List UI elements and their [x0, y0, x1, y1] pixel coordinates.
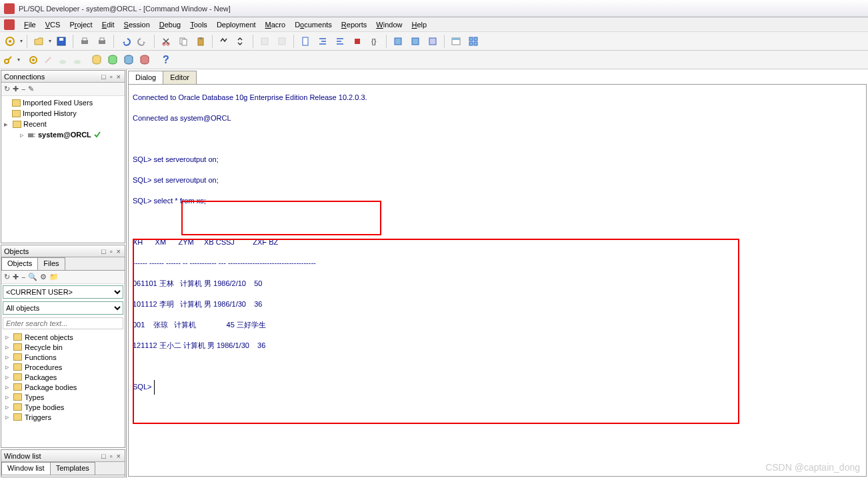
menu-edit[interactable]: Edit — [98, 19, 119, 30]
tool-a-button[interactable] — [391, 34, 405, 49]
redo-button[interactable] — [135, 34, 150, 49]
indent-button[interactable] — [315, 34, 330, 49]
objects-header[interactable]: Objects □▫× — [1, 245, 125, 257]
obj-item[interactable]: ▹Recent objects — [3, 332, 123, 342]
db-button[interactable] — [298, 34, 313, 49]
doc-icon — [4, 19, 15, 30]
menu-vcs[interactable]: VCS — [41, 19, 65, 30]
menu-file[interactable]: File — [20, 19, 40, 30]
window-button[interactable] — [449, 34, 463, 49]
tab-dialog[interactable]: Dialog — [128, 71, 163, 84]
obj-item[interactable]: ▹Functions — [3, 352, 123, 362]
svg-rect-25 — [474, 37, 477, 41]
svg-rect-19 — [395, 38, 401, 45]
console-line: Connected to Oracle Database 10g Enterpr… — [133, 87, 862, 108]
exec2-button[interactable] — [275, 34, 289, 49]
refresh-icon[interactable]: ↻ — [4, 85, 10, 93]
objects-toolbar: ↻✚− 🔍⚙📁 — [1, 271, 125, 284]
windowlist-title: Window list — [4, 452, 41, 460]
outdent-button[interactable] — [333, 34, 347, 49]
paste-button[interactable] — [193, 34, 208, 49]
search-input[interactable] — [3, 317, 123, 329]
menu-session[interactable]: Session — [120, 19, 154, 30]
db2-button[interactable] — [107, 54, 119, 66]
result-header: XH XM ZYM XB CSSJ ZXF BZ — [133, 232, 862, 253]
folder-icon — [13, 343, 22, 351]
menu-window[interactable]: Window — [372, 19, 406, 30]
obj-item[interactable]: ▹Type bodies — [3, 402, 123, 412]
tree-item[interactable]: Imported Fixed Users — [4, 97, 122, 108]
result-row: 001 张琼 计算机 45 三好学生 — [133, 315, 862, 335]
undo-button[interactable] — [118, 34, 133, 49]
obj-item[interactable]: ▹Packages — [3, 372, 123, 382]
menu-macro[interactable]: Macro — [261, 19, 290, 30]
db1-button[interactable] — [91, 54, 103, 66]
print2-button[interactable] — [95, 34, 109, 49]
help-button[interactable]: ? — [159, 54, 173, 66]
folder-icon — [13, 333, 22, 341]
windowlist-header[interactable]: Window list □▫× — [1, 450, 125, 462]
result-sep: ------ ------ ------ -- ----------- --- … — [133, 253, 862, 273]
tab-editor[interactable]: Editor — [163, 71, 197, 84]
tab-objects[interactable]: Objects — [1, 257, 38, 270]
folder-icon — [13, 383, 22, 391]
connections-header[interactable]: Connections □▫× — [1, 71, 125, 83]
db3-button[interactable] — [123, 54, 135, 66]
command-console[interactable]: Connected to Oracle Database 10g Enterpr… — [128, 84, 867, 477]
plug-icon — [27, 131, 36, 139]
obj-item[interactable]: ▹Types — [3, 392, 123, 402]
tree-item[interactable]: Imported History — [4, 108, 122, 119]
tool-b-button[interactable] — [408, 34, 423, 49]
exec-button[interactable] — [257, 34, 272, 49]
print-button[interactable] — [77, 34, 92, 49]
menu-deployment[interactable]: Deployment — [213, 19, 260, 30]
folder-icon — [13, 413, 22, 421]
result-row: 061101 王林 计算机 男 1986/2/10 50 — [133, 273, 862, 294]
key-button[interactable] — [3, 55, 13, 65]
tool-c-button[interactable] — [425, 34, 440, 49]
menu-tools[interactable]: Tools — [186, 19, 211, 30]
menu-documents[interactable]: Documents — [291, 19, 336, 30]
svg-rect-5 — [83, 38, 87, 41]
result-row: 121112 王小二 计算机 男 1986/1/30 36 — [133, 335, 862, 356]
user-select[interactable]: <CURRENT USER> — [3, 285, 123, 299]
filter-select[interactable]: All objects — [3, 301, 123, 315]
gear-button[interactable] — [28, 55, 39, 65]
folder-icon — [13, 353, 22, 361]
tab-windowlist[interactable]: Window list — [1, 462, 51, 475]
edit-icon[interactable]: ✎ — [28, 85, 34, 93]
dropdown-icon[interactable]: ▾ — [20, 38, 23, 44]
open-button[interactable] — [31, 34, 46, 49]
minus-icon[interactable]: − — [21, 85, 25, 93]
break-button[interactable]: {} — [367, 34, 382, 49]
find-button[interactable] — [217, 34, 231, 49]
obj-item[interactable]: ▹Triggers — [3, 412, 123, 422]
obj-item[interactable]: ▹Recycle bin — [3, 342, 123, 352]
objects-title: Objects — [4, 247, 29, 255]
copy-button[interactable] — [176, 34, 191, 49]
cut-button[interactable] — [159, 34, 173, 49]
tile-button[interactable] — [466, 34, 481, 49]
menu-reports[interactable]: Reports — [337, 19, 371, 30]
obj-item[interactable]: ▹Procedures — [3, 362, 123, 372]
db4-button[interactable] — [139, 54, 151, 66]
tree-item[interactable]: ▸Recent — [4, 119, 122, 129]
titlebar: PL/SQL Developer - system@ORCL - [Comman… — [0, 0, 868, 17]
svg-rect-37 — [28, 133, 33, 137]
svg-point-32 — [74, 60, 81, 64]
menu-help[interactable]: Help — [407, 19, 431, 30]
tree-connection[interactable]: ▹ system@ORCL — [4, 129, 122, 140]
menu-debug[interactable]: Debug — [155, 19, 185, 30]
tab-files[interactable]: Files — [37, 257, 65, 270]
save-button[interactable] — [54, 34, 69, 49]
dropdown-icon[interactable]: ▾ — [49, 38, 51, 44]
folder-icon — [12, 99, 21, 107]
new-button[interactable] — [3, 34, 17, 49]
replace-button[interactable] — [234, 34, 249, 49]
menu-project[interactable]: Project — [65, 19, 96, 30]
obj-item[interactable]: ▹Package bodies — [3, 382, 123, 392]
connections-toolbar: ↻ ✚ − ✎ — [1, 83, 125, 96]
tab-templates[interactable]: Templates — [50, 462, 95, 475]
stop-button[interactable] — [350, 34, 365, 49]
add-icon[interactable]: ✚ — [13, 85, 19, 93]
